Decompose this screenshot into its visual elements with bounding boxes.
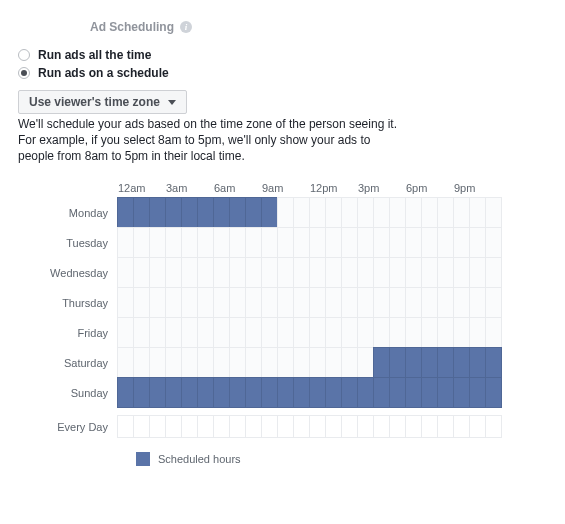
- schedule-cell-off[interactable]: [373, 197, 390, 228]
- schedule-cell-off[interactable]: [245, 227, 262, 258]
- schedule-cell-off[interactable]: [245, 317, 262, 348]
- schedule-cell-off[interactable]: [309, 317, 326, 348]
- schedule-cell-off[interactable]: [149, 317, 166, 348]
- schedule-cell-on[interactable]: [229, 377, 246, 408]
- schedule-cell-off[interactable]: [485, 257, 502, 288]
- schedule-cell-off[interactable]: [469, 257, 486, 288]
- schedule-cell-off[interactable]: [309, 197, 326, 228]
- schedule-cell-off[interactable]: [181, 347, 198, 378]
- schedule-cell-on[interactable]: [213, 197, 230, 228]
- schedule-cell-off[interactable]: [165, 227, 182, 258]
- schedule-cell-off[interactable]: [277, 347, 294, 378]
- schedule-cell-off[interactable]: [229, 257, 246, 288]
- schedule-cell-off[interactable]: [341, 317, 358, 348]
- schedule-cell-off[interactable]: [325, 347, 342, 378]
- schedule-cell-off[interactable]: [245, 347, 262, 378]
- schedule-cell-off[interactable]: [325, 317, 342, 348]
- schedule-cell-off[interactable]: [133, 347, 150, 378]
- schedule-cell-off[interactable]: [213, 317, 230, 348]
- schedule-cell-off[interactable]: [213, 287, 230, 318]
- schedule-cell-off[interactable]: [117, 227, 134, 258]
- every-day-cell[interactable]: [341, 415, 358, 438]
- schedule-cell-off[interactable]: [197, 317, 214, 348]
- schedule-cell-off[interactable]: [453, 257, 470, 288]
- schedule-cell-off[interactable]: [373, 257, 390, 288]
- schedule-cell-on[interactable]: [453, 377, 470, 408]
- schedule-cell-on[interactable]: [165, 197, 182, 228]
- schedule-cell-off[interactable]: [181, 257, 198, 288]
- schedule-cell-off[interactable]: [261, 227, 278, 258]
- schedule-cell-on[interactable]: [437, 377, 454, 408]
- schedule-cell-on[interactable]: [245, 377, 262, 408]
- schedule-cell-off[interactable]: [405, 317, 422, 348]
- schedule-cell-off[interactable]: [261, 347, 278, 378]
- schedule-cell-off[interactable]: [341, 287, 358, 318]
- schedule-cell-off[interactable]: [277, 287, 294, 318]
- schedule-cell-on[interactable]: [437, 347, 454, 378]
- schedule-cell-on[interactable]: [421, 347, 438, 378]
- every-day-cell[interactable]: [357, 415, 374, 438]
- every-day-cell[interactable]: [245, 415, 262, 438]
- schedule-cell-off[interactable]: [389, 287, 406, 318]
- schedule-cell-off[interactable]: [421, 287, 438, 318]
- schedule-cell-off[interactable]: [469, 287, 486, 318]
- schedule-cell-off[interactable]: [181, 287, 198, 318]
- schedule-cell-off[interactable]: [469, 227, 486, 258]
- schedule-cell-on[interactable]: [405, 347, 422, 378]
- schedule-cell-on[interactable]: [469, 377, 486, 408]
- schedule-cell-off[interactable]: [133, 317, 150, 348]
- schedule-cell-off[interactable]: [133, 227, 150, 258]
- schedule-cell-on[interactable]: [133, 197, 150, 228]
- schedule-cell-off[interactable]: [453, 287, 470, 318]
- schedule-cell-off[interactable]: [421, 257, 438, 288]
- schedule-cell-on[interactable]: [405, 377, 422, 408]
- every-day-cell[interactable]: [229, 415, 246, 438]
- schedule-cell-off[interactable]: [485, 197, 502, 228]
- schedule-cell-on[interactable]: [229, 197, 246, 228]
- schedule-cell-off[interactable]: [485, 317, 502, 348]
- schedule-cell-off[interactable]: [405, 227, 422, 258]
- schedule-cell-off[interactable]: [197, 287, 214, 318]
- every-day-cell[interactable]: [213, 415, 230, 438]
- schedule-cell-off[interactable]: [133, 287, 150, 318]
- schedule-cell-off[interactable]: [293, 227, 310, 258]
- schedule-cell-off[interactable]: [389, 257, 406, 288]
- schedule-cell-on[interactable]: [181, 377, 198, 408]
- schedule-cell-on[interactable]: [149, 197, 166, 228]
- schedule-cell-off[interactable]: [357, 317, 374, 348]
- schedule-cell-on[interactable]: [261, 377, 278, 408]
- schedule-cell-off[interactable]: [165, 257, 182, 288]
- schedule-cell-off[interactable]: [437, 197, 454, 228]
- every-day-cell[interactable]: [325, 415, 342, 438]
- schedule-cell-off[interactable]: [261, 317, 278, 348]
- schedule-cell-off[interactable]: [261, 287, 278, 318]
- schedule-cell-off[interactable]: [469, 197, 486, 228]
- every-day-cell[interactable]: [277, 415, 294, 438]
- schedule-cell-off[interactable]: [277, 317, 294, 348]
- schedule-cell-on[interactable]: [245, 197, 262, 228]
- schedule-cell-off[interactable]: [293, 347, 310, 378]
- schedule-cell-on[interactable]: [261, 197, 278, 228]
- schedule-cell-on[interactable]: [117, 197, 134, 228]
- schedule-cell-off[interactable]: [149, 347, 166, 378]
- every-day-cell[interactable]: [181, 415, 198, 438]
- schedule-cell-off[interactable]: [325, 287, 342, 318]
- schedule-cell-off[interactable]: [357, 197, 374, 228]
- schedule-cell-on[interactable]: [389, 347, 406, 378]
- schedule-cell-on[interactable]: [389, 377, 406, 408]
- schedule-cell-off[interactable]: [357, 287, 374, 318]
- schedule-cell-off[interactable]: [309, 257, 326, 288]
- schedule-cell-off[interactable]: [453, 317, 470, 348]
- schedule-cell-off[interactable]: [453, 227, 470, 258]
- schedule-cell-off[interactable]: [341, 227, 358, 258]
- schedule-cell-off[interactable]: [229, 347, 246, 378]
- schedule-cell-off[interactable]: [485, 227, 502, 258]
- schedule-cell-off[interactable]: [117, 257, 134, 288]
- schedule-cell-off[interactable]: [165, 317, 182, 348]
- schedule-cell-off[interactable]: [181, 317, 198, 348]
- schedule-cell-off[interactable]: [373, 287, 390, 318]
- every-day-cell[interactable]: [469, 415, 486, 438]
- schedule-cell-off[interactable]: [405, 287, 422, 318]
- schedule-cell-off[interactable]: [309, 287, 326, 318]
- schedule-cell-on[interactable]: [181, 197, 198, 228]
